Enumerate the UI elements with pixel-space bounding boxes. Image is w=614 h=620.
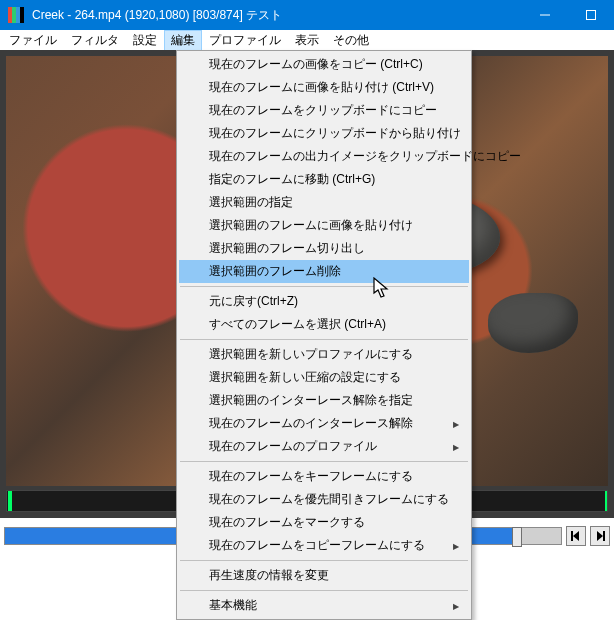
timeline-marker-end bbox=[605, 491, 607, 511]
menu-item[interactable]: 現在のフレームの画像をコピー (Ctrl+C) bbox=[179, 53, 469, 76]
menu-item[interactable]: 現在のフレームのインターレース解除 bbox=[179, 412, 469, 435]
menu-bar: ファイル フィルタ 設定 編集 プロファイル 表示 その他 bbox=[0, 30, 614, 50]
menu-item[interactable]: 現在のフレームをキーフレームにする bbox=[179, 465, 469, 488]
menu-separator bbox=[180, 560, 468, 561]
menu-item[interactable]: 選択範囲を新しいプロファイルにする bbox=[179, 343, 469, 366]
menu-item[interactable]: 元に戻す(Ctrl+Z) bbox=[179, 290, 469, 313]
svg-rect-3 bbox=[571, 531, 573, 541]
maximize-button[interactable] bbox=[568, 0, 614, 30]
menu-separator bbox=[180, 590, 468, 591]
menu-other[interactable]: その他 bbox=[326, 30, 376, 51]
svg-rect-5 bbox=[603, 531, 605, 541]
menu-item[interactable]: 現在のフレームに画像を貼り付け (Ctrl+V) bbox=[179, 76, 469, 99]
menu-item[interactable]: 現在のフレームの出力イメージをクリップボードにコピー bbox=[179, 145, 469, 168]
menu-item[interactable]: 選択範囲のフレームに画像を貼り付け bbox=[179, 214, 469, 237]
app-icon bbox=[8, 7, 24, 23]
menu-filter[interactable]: フィルタ bbox=[64, 30, 126, 51]
menu-item[interactable]: すべてのフレームを選択 (Ctrl+A) bbox=[179, 313, 469, 336]
menu-item[interactable]: 現在のフレームにクリップボードから貼り付け bbox=[179, 122, 469, 145]
seek-thumb[interactable] bbox=[512, 527, 522, 547]
menu-separator bbox=[180, 286, 468, 287]
svg-marker-4 bbox=[597, 531, 603, 541]
menu-item[interactable]: 現在のフレームをコピーフレームにする bbox=[179, 534, 469, 557]
menu-item[interactable]: 現在のフレームのプロファイル bbox=[179, 435, 469, 458]
edit-menu-dropdown: 現在のフレームの画像をコピー (Ctrl+C)現在のフレームに画像を貼り付け (… bbox=[176, 50, 472, 620]
minimize-button[interactable] bbox=[522, 0, 568, 30]
menu-item[interactable]: 選択範囲の指定 bbox=[179, 191, 469, 214]
menu-item[interactable]: 基本機能 bbox=[179, 594, 469, 617]
step-forward-button[interactable] bbox=[590, 526, 610, 546]
window-title: Creek - 264.mp4 (1920,1080) [803/874] テス… bbox=[32, 7, 282, 24]
menu-item[interactable]: 現在のフレームを優先間引きフレームにする bbox=[179, 488, 469, 511]
menu-profile[interactable]: プロファイル bbox=[202, 30, 288, 51]
svg-marker-2 bbox=[573, 531, 579, 541]
menu-item[interactable]: 選択範囲のフレーム削除 bbox=[179, 260, 469, 283]
menu-separator bbox=[180, 339, 468, 340]
menu-separator bbox=[180, 461, 468, 462]
menu-file[interactable]: ファイル bbox=[2, 30, 64, 51]
menu-settings[interactable]: 設定 bbox=[126, 30, 164, 51]
menu-item[interactable]: 選択範囲を新しい圧縮の設定にする bbox=[179, 366, 469, 389]
menu-edit[interactable]: 編集 bbox=[164, 30, 202, 51]
menu-item[interactable]: 現在のフレームをマークする bbox=[179, 511, 469, 534]
menu-item[interactable]: 選択範囲のインターレース解除を指定 bbox=[179, 389, 469, 412]
title-bar: Creek - 264.mp4 (1920,1080) [803/874] テス… bbox=[0, 0, 614, 30]
menu-item[interactable]: 選択範囲のフレーム切り出し bbox=[179, 237, 469, 260]
window-buttons bbox=[522, 0, 614, 30]
menu-item[interactable]: 指定のフレームに移動 (Ctrl+G) bbox=[179, 168, 469, 191]
menu-view[interactable]: 表示 bbox=[288, 30, 326, 51]
svg-rect-1 bbox=[587, 11, 596, 20]
menu-item[interactable]: 現在のフレームをクリップボードにコピー bbox=[179, 99, 469, 122]
timeline-marker-start bbox=[8, 491, 12, 511]
step-back-button[interactable] bbox=[566, 526, 586, 546]
menu-item[interactable]: 再生速度の情報を変更 bbox=[179, 564, 469, 587]
